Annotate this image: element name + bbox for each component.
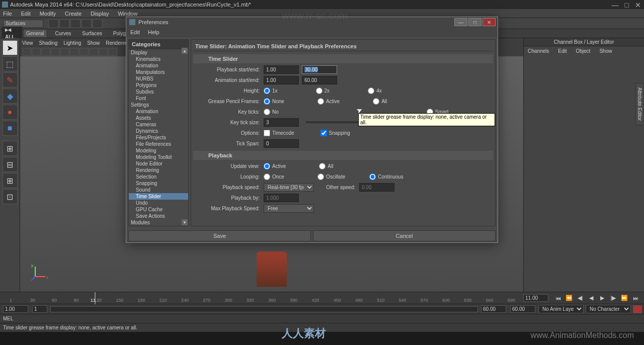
vp-tool-icon[interactable] [51,48,60,56]
layout-icon[interactable]: ⊟ [3,157,18,172]
menu-modify[interactable]: Modify [40,11,56,17]
anim-start-input[interactable]: 1.00 [264,76,299,84]
status-icon[interactable] [70,19,80,28]
vp-tool-icon[interactable] [32,48,41,56]
playback-end-input[interactable]: 30.00 [302,65,337,74]
radio-update-active[interactable]: Active [264,163,286,169]
radio-loop-once[interactable]: Once [264,174,284,180]
lasso-tool-icon[interactable]: ⬚ [3,56,18,71]
sidebar-item-snapping[interactable]: Snapping [129,180,188,187]
current-frame-field[interactable] [523,294,548,302]
scroll-up-icon[interactable]: ▲ [182,48,188,54]
layout-icon[interactable]: ⊞ [3,173,18,188]
sidebar-item-sound[interactable]: Sound [129,187,188,193]
panel-tab-channels[interactable]: Channels [526,47,551,55]
dialog-menu-help[interactable]: Help [148,29,159,35]
playback-start-input[interactable]: 1.00 [264,65,299,74]
shelf-tab-curves[interactable]: Curves [53,30,73,37]
dialog-maximize-button[interactable]: □ [468,18,481,26]
sidebar-item-nurbs[interactable]: NURBS [129,75,188,82]
next-key-icon[interactable]: |▶ [609,294,618,302]
sidebar-item-settings[interactable]: Settings [129,102,188,108]
scroll-down-icon[interactable]: ▼ [182,219,188,225]
menu-window[interactable]: Window [118,11,137,17]
menu-edit[interactable]: Edit [21,11,31,17]
dialog-minimize-button[interactable]: — [454,18,467,26]
sidebar-item-modules[interactable]: Modules [129,219,188,226]
sidebar-item-applications[interactable]: Applications [129,226,188,226]
sidebar-item-selection[interactable]: Selection [129,174,188,180]
step-back-icon[interactable]: ⏪ [565,294,574,302]
anim-end-field[interactable] [510,305,535,313]
radio-loop-oscillate[interactable]: Oscillate [317,174,345,180]
sidebar-item-undo[interactable]: Undo [129,200,188,206]
close-button[interactable]: ✕ [635,1,641,9]
sidebar-item-timeslider[interactable]: Time Slider [129,193,188,200]
sidebar-item-dynamics[interactable]: Dynamics [129,128,188,134]
vp-tool-icon[interactable] [108,48,117,56]
radio-grease-none[interactable]: None [264,98,284,105]
playbackspeed-dropdown[interactable]: Real-time [30 fps] [264,183,314,192]
sidebar-item-font[interactable]: Font [129,95,188,102]
maximize-button[interactable]: □ [625,1,629,9]
radio-loop-continuous[interactable]: Continuous [369,174,404,180]
menu-display[interactable]: Display [91,11,109,17]
radio-grease-all[interactable]: All [373,98,387,105]
status-icon[interactable] [82,19,92,28]
scale-tool-icon[interactable]: ■ [3,121,18,136]
play-forward-icon[interactable]: ▶ [598,294,607,302]
status-icon[interactable] [59,19,69,28]
vp-menu-lighting[interactable]: Lighting [63,40,81,46]
paint-tool-icon[interactable]: ✎ [3,72,18,88]
layout-icon[interactable]: ⊞ [3,141,18,156]
sidebar-item-animation[interactable]: Animation [129,62,188,69]
sidebar-item-saveactions[interactable]: Save Actions [129,213,188,219]
vp-menu-view[interactable]: View [22,40,33,46]
time-slider[interactable]: 1306090120150180210240270300330360390420… [0,292,644,304]
sidebar-item-rendering[interactable]: Rendering [129,167,188,174]
menu-create[interactable]: Create [65,11,82,17]
vp-menu-show[interactable]: Show [87,40,100,46]
sidebar-item-gpucache[interactable]: GPU Cache [129,206,188,213]
rotate-tool-icon[interactable]: ● [3,105,18,120]
vp-tool-icon[interactable] [79,48,89,56]
sidebar-item-kinematics[interactable]: Kinematics [129,56,188,62]
select-tool-icon[interactable]: ➤ [3,40,18,55]
vp-tool-icon[interactable] [60,48,69,56]
vp-tool-icon[interactable] [89,48,98,56]
move-tool-icon[interactable]: ◆ [3,89,18,104]
cancel-button[interactable]: Cancel [313,230,496,241]
attribute-editor-tab[interactable]: Attribute Editor [635,83,644,125]
shelf-tab-surfaces[interactable]: Surfaces [80,30,104,37]
layout-icon[interactable]: ⊡ [3,189,18,204]
playback-end-field[interactable] [481,305,506,313]
vp-menu-renderer[interactable]: Renderer [106,40,127,46]
sidebar-item-animation[interactable]: Animation [129,108,188,115]
sidebar-item-filereferences[interactable]: File References [129,141,188,147]
status-icon[interactable] [93,19,103,28]
sidebar-item-cameras[interactable]: Cameras [129,121,188,128]
tickspan-input[interactable]: 0 [264,139,299,148]
anim-layer-dropdown[interactable]: No Anim Layer [538,305,584,313]
autokey-icon[interactable] [633,305,642,313]
vp-menu-shading[interactable]: Shading [39,40,58,46]
sidebar-item-display[interactable]: Display [129,49,188,56]
anim-end-input[interactable]: 60.00 [302,76,337,84]
keyticksize-input[interactable]: 3 [264,118,299,127]
sidebar-item-nodeeditor[interactable]: Node Editor [129,160,188,167]
radio-height-4x[interactable]: 4x [368,88,382,94]
sidebar-item-modelingtoolkit[interactable]: Modeling Toolkit [129,154,188,160]
shelf-tab-general[interactable]: General [24,30,46,37]
panel-tab-show[interactable]: Show [597,47,614,55]
radio-keyticks-none[interactable]: No [264,109,279,115]
radio-height-1x[interactable]: 1x [264,88,278,94]
charset-dropdown[interactable]: No Character Set [586,305,631,313]
range-track[interactable] [50,306,478,312]
radio-grease-active[interactable]: Active [317,98,340,105]
playback-start-field[interactable] [32,305,47,313]
sidebar-item-manipulators[interactable]: Manipulators [129,69,188,75]
goto-start-icon[interactable]: ⏮ [553,294,562,302]
check-snapping[interactable]: Snapping [320,130,350,136]
dialog-menu-edit[interactable]: Edit [130,29,140,35]
vp-tool-icon[interactable] [41,48,50,56]
